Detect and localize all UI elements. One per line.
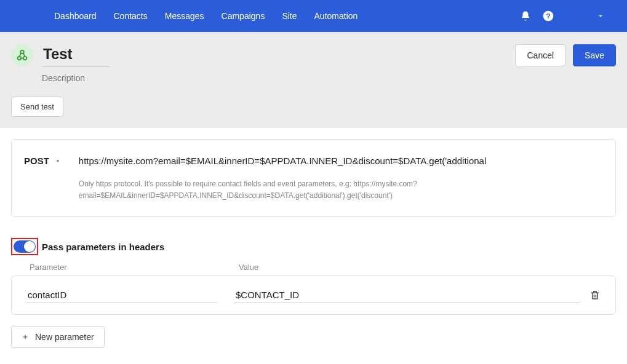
nav-dashboard[interactable]: Dashboard [46,11,105,21]
toggle-highlight-box [11,238,38,255]
delete-param-button[interactable] [589,290,601,301]
new-parameter-label: New parameter [35,332,94,342]
nav-contacts[interactable]: Contacts [105,11,156,21]
cancel-button[interactable]: Cancel [515,44,565,66]
header-area: Cancel Save Send test [0,32,627,128]
pass-headers-toggle-row: Pass parameters in headers [11,238,616,255]
title-input[interactable] [42,44,110,67]
user-menu-chevron-icon[interactable] [596,12,605,20]
trash-icon [589,290,601,301]
chevron-down-icon [54,157,62,165]
col-value-label: Value [239,263,597,272]
param-row [11,275,616,315]
nav-automation[interactable]: Automation [306,11,367,21]
nav-campaigns[interactable]: Campaigns [213,11,274,21]
svg-text:?: ? [546,12,550,20]
request-card: POST Only https protocol. It's possible … [11,139,616,217]
webhook-icon [11,44,33,66]
help-icon[interactable]: ? [542,10,554,22]
method-select[interactable]: POST [24,154,62,166]
pass-headers-label: Pass parameters in headers [42,242,164,252]
col-parameter-label: Parameter [30,263,239,272]
param-name-input[interactable] [26,287,217,303]
param-value-input[interactable] [234,287,580,303]
plus-icon [22,333,29,341]
nav-left: Dashboard Contacts Messages Campaigns Si… [11,11,366,21]
pass-headers-toggle[interactable] [14,240,36,253]
param-columns-header: Parameter Value [11,263,616,272]
url-hint: Only https protocol. It's possible to re… [79,178,603,202]
method-label: POST [24,156,49,166]
send-test-button[interactable]: Send test [11,97,63,117]
content-area: POST Only https protocol. It's possible … [0,128,627,359]
nav-right: ? [520,10,616,22]
toggle-knob [24,241,35,252]
bell-icon[interactable] [520,10,531,22]
url-input[interactable] [79,154,603,167]
save-button[interactable]: Save [573,44,616,66]
new-parameter-button[interactable]: New parameter [11,326,105,348]
top-nav: Dashboard Contacts Messages Campaigns Si… [0,0,627,32]
nav-messages[interactable]: Messages [156,11,213,21]
nav-site[interactable]: Site [273,11,305,21]
description-input[interactable] [42,73,165,83]
